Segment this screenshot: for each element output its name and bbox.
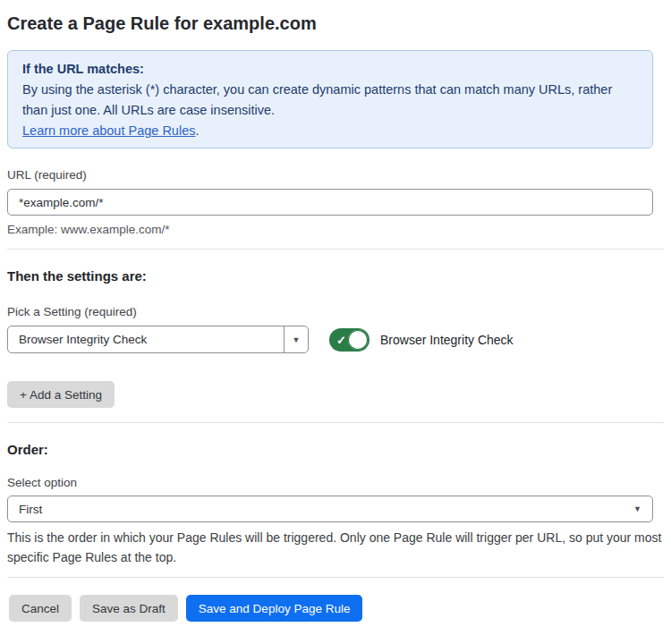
learn-more-link[interactable]: Learn more about Page Rules [22,123,195,138]
setting-row: Browser Integrity Check ▼ ✓ Browser Inte… [7,326,664,353]
divider-footer [7,577,664,578]
link-suffix: . [195,123,199,138]
divider-url-settings [7,249,664,250]
page-title: Create a Page Rule for example.com [7,11,664,36]
chevron-down-icon: ▼ [293,335,301,344]
pick-setting-label: Pick a Setting (required) [7,304,664,319]
add-setting-button[interactable]: + Add a Setting [7,381,115,408]
setting-select[interactable]: Browser Integrity Check ▼ [7,326,309,353]
footer-actions: Cancel Save as Draft Save and Deploy Pag… [9,595,664,622]
order-help-text: This is the order in which your Page Rul… [7,528,664,567]
order-select-value: First [8,503,633,516]
setting-select-arrow-button[interactable]: ▼ [284,326,308,352]
order-select-label: Select option [7,475,664,490]
toggle-knob [348,330,368,350]
url-match-info-box: If the URL matches: By using the asteris… [7,50,653,148]
save-and-deploy-button[interactable]: Save and Deploy Page Rule [186,595,363,622]
setting-select-value: Browser Integrity Check [8,326,284,352]
order-section-heading: Order: [7,441,664,458]
settings-section-heading: Then the settings are: [7,267,664,284]
page-rule-form: Create a Page Rule for example.com If th… [0,0,671,644]
url-input[interactable] [7,189,653,216]
cancel-button[interactable]: Cancel [9,595,72,622]
toggle-label: Browser Integrity Check [380,333,514,347]
save-as-draft-button[interactable]: Save as Draft [80,595,178,622]
url-field-label: URL (required) [7,167,664,182]
order-select[interactable]: First ▼ [7,496,653,522]
check-icon: ✓ [336,334,346,345]
info-box-heading: If the URL matches: [22,59,638,80]
url-example-helper: Example: www.example.com/* [7,222,664,237]
setting-toggle-on[interactable]: ✓ [329,328,369,352]
info-box-body: By using the asterisk (*) character, you… [22,80,638,121]
divider-settings-order [7,422,664,423]
info-box-link-line: Learn more about Page Rules. [22,121,638,141]
chevron-down-icon: ▼ [633,504,652,513]
